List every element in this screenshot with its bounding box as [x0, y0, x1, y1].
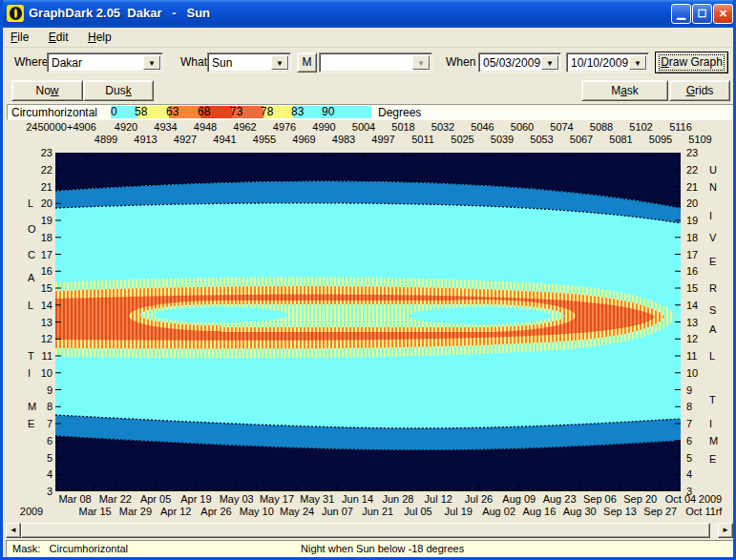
- minimize-icon: ▁: [677, 8, 684, 19]
- hour-label-left: 21: [37, 181, 53, 193]
- hour-label-left: 16: [37, 265, 53, 277]
- label-part: a: [620, 84, 627, 97]
- axis-caption-letter-left: L: [28, 197, 33, 209]
- hour-label-right: 21: [686, 181, 698, 193]
- hour-label-left: 15: [37, 282, 53, 294]
- status-night-text: Night when Sun below -18 degrees: [301, 543, 464, 554]
- date-tick-label: May 17: [260, 493, 294, 505]
- where-value: Dakar: [52, 56, 82, 70]
- date-tick-label: Aug 09: [502, 493, 536, 505]
- julian-tick-label: 4913: [134, 134, 157, 145]
- label-part: E: [49, 31, 56, 44]
- arrow-right-icon: ►: [722, 526, 729, 534]
- horizontal-scrollbar[interactable]: ◄ ►: [6, 523, 733, 538]
- label-part: k: [126, 84, 132, 97]
- chevron-down-icon[interactable]: ▼: [629, 55, 646, 70]
- menu-edit[interactable]: Edit: [41, 28, 76, 44]
- label-part: ile: [17, 31, 29, 44]
- focus-rect: [659, 54, 725, 71]
- axis-caption-letter-right: E: [709, 256, 716, 267]
- scrollbar-thumb[interactable]: [21, 523, 710, 538]
- hour-label-right: 11: [686, 350, 697, 362]
- hour-label-left: 10: [37, 367, 53, 379]
- date-tick-label: Aug 30: [563, 506, 597, 517]
- axis-caption-letter-right: M: [709, 435, 718, 446]
- legend-tick-label: 73: [230, 105, 242, 118]
- grids-button[interactable]: Grids: [669, 80, 730, 101]
- hour-label-right: 15: [686, 282, 698, 294]
- date-tick-label: Aug 16: [522, 506, 556, 517]
- axis-caption-letter-right: I: [709, 418, 712, 429]
- date-tick-label: Aug 23: [543, 493, 577, 505]
- hour-label-left: 7: [37, 418, 53, 429]
- chevron-down-icon[interactable]: ▼: [541, 55, 558, 70]
- draw-graph-button[interactable]: Draw Graph: [655, 52, 728, 73]
- axis-caption-letter-left: M: [28, 401, 36, 412]
- minimize-button[interactable]: ▁: [671, 4, 691, 24]
- date-tick-label: May 24: [280, 506, 314, 517]
- label-part: sk: [627, 84, 639, 97]
- julian-tick-label: 5046: [471, 121, 494, 133]
- date-tick-label: May 10: [240, 506, 274, 517]
- date-to-combobox[interactable]: 10/10/2009 ▼: [566, 52, 649, 73]
- scroll-right-button[interactable]: ►: [718, 523, 733, 538]
- julian-tick-label: 5095: [649, 134, 672, 145]
- julian-tick-label: 5088: [590, 121, 613, 133]
- where-combobox[interactable]: Dakar ▼: [47, 52, 163, 73]
- julian-tick-label: 4976: [273, 121, 296, 133]
- rf-label: rf: [716, 506, 723, 517]
- menu-help[interactable]: Help: [80, 28, 119, 44]
- window-title: GraphDark 2.05 Dakar - Sun: [29, 6, 210, 20]
- legend-tick-label: 68: [198, 105, 210, 118]
- label-part: dit: [56, 31, 69, 44]
- label-part: No: [35, 84, 50, 97]
- legend-tick-label: 83: [291, 105, 304, 118]
- hour-label-left: 11: [37, 350, 53, 362]
- hour-label-left: 20: [37, 197, 53, 209]
- julian-tick-label: 5018: [391, 121, 414, 133]
- menu-file[interactable]: File: [3, 28, 36, 44]
- date-tick-label: Jul 26: [465, 493, 493, 505]
- julian-tick-label: 5053: [530, 134, 553, 145]
- julian-date-row-2: 4899491349274941495549694983499750115025…: [3, 134, 736, 146]
- maximize-button[interactable]: ☐: [692, 4, 712, 24]
- julian-tick-label: 5102: [629, 121, 652, 133]
- dusk-button[interactable]: Dusk: [83, 80, 154, 101]
- label-part: Dus: [105, 84, 125, 97]
- date-tick-label: Mar 29: [119, 506, 152, 517]
- close-button[interactable]: ✕: [713, 4, 733, 24]
- where-label: Where: [14, 55, 48, 69]
- status-mask-text: Mask: Circumhorizontal: [12, 543, 128, 554]
- what-combobox[interactable]: Sun ▼: [207, 52, 291, 73]
- title-bar[interactable]: GraphDark 2.05 Dakar - Sun ▁ ☐ ✕: [0, 0, 736, 28]
- axis-caption-letter-left: O: [28, 223, 36, 235]
- julian-tick-label: 5025: [451, 134, 473, 145]
- axis-caption-letter-left: C: [28, 249, 35, 260]
- date-from-combobox[interactable]: 05/03/2009 ▼: [478, 52, 561, 73]
- chevron-down-icon[interactable]: ▼: [143, 55, 160, 70]
- axis-caption-letter-right: E: [709, 453, 716, 465]
- julian-tick-label: 5004: [352, 121, 375, 133]
- legend-panel: Circumhorizontal Degrees 058636873788390: [7, 104, 735, 120]
- hour-label-right: 22: [686, 164, 698, 176]
- date-tick-label: Mar 08: [58, 493, 91, 505]
- chevron-down-icon[interactable]: ▼: [271, 55, 288, 70]
- axis-caption-letter-right: N: [709, 181, 717, 193]
- what-label: What: [180, 55, 207, 69]
- scroll-left-button[interactable]: ◄: [6, 523, 21, 538]
- legend-tick-label: 58: [135, 105, 147, 118]
- arc-core-left: [154, 307, 287, 322]
- axis-caption-letter-right: T: [709, 394, 716, 405]
- date-axis-row-1: Mar 08Mar 22Apr 05Apr 19May 03May 17May …: [3, 493, 736, 506]
- hour-label-left: 5: [37, 452, 53, 464]
- hour-label-left: 6: [37, 435, 53, 446]
- mask-button[interactable]: Mask: [581, 80, 668, 101]
- label-part: w: [51, 84, 59, 97]
- chevron-down-icon: ▼: [412, 55, 430, 70]
- m-button[interactable]: M: [297, 52, 317, 73]
- now-button[interactable]: Now: [11, 80, 83, 101]
- hour-label-left: 12: [37, 333, 53, 344]
- arc-core-right: [410, 307, 551, 324]
- hour-label-left: 13: [37, 317, 53, 328]
- hour-label-right: 4: [686, 468, 692, 480]
